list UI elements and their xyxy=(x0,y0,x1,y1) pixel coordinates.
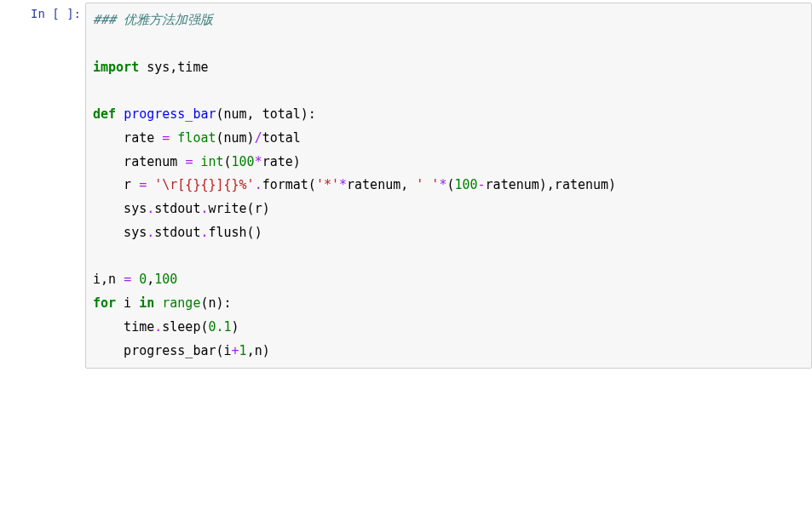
code-editor[interactable]: ### 优雅方法加强版 import sys,time def progress… xyxy=(93,9,804,363)
output-cell xyxy=(0,375,812,490)
output-prompt xyxy=(0,377,85,488)
code-input-area[interactable]: ### 优雅方法加强版 import sys,time def progress… xyxy=(85,3,812,369)
code-cell: In [ ]: ### 优雅方法加强版 import sys,time def … xyxy=(0,0,812,371)
output-area xyxy=(85,377,812,488)
input-prompt: In [ ]: xyxy=(0,3,85,369)
